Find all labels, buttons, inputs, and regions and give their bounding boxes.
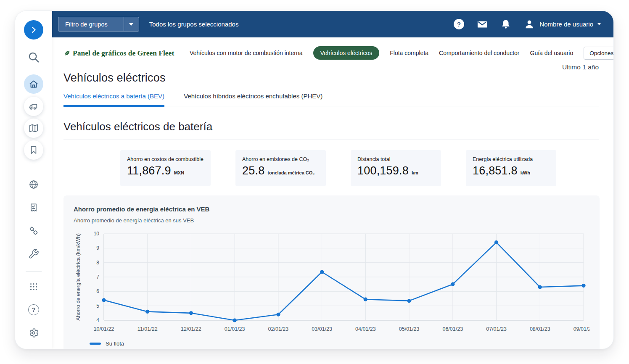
tab-phev[interactable]: Vehículos híbridos eléctricos enchufable… <box>184 92 322 106</box>
svg-text:8: 8 <box>96 260 99 266</box>
stat-card-total-distance: Distancia total 100,159.8 km <box>351 150 441 186</box>
chevron-right-icon <box>29 25 38 34</box>
legend-label: Su flota <box>106 340 124 347</box>
sidebar: ? <box>15 11 52 349</box>
nav-item-electric-active[interactable]: Vehículos eléctricos <box>313 46 380 60</box>
sidebar-item-help[interactable]: ? <box>24 300 43 319</box>
legend-line-swatch <box>90 343 101 345</box>
sidebar-item-globe[interactable] <box>24 175 43 194</box>
home-icon <box>28 79 39 90</box>
svg-text:02/01/23: 02/01/23 <box>268 326 289 332</box>
chart-subtitle: Ahorro promedio de energía eléctrica en … <box>74 217 589 224</box>
svg-text:01/01/23: 01/01/23 <box>225 326 245 332</box>
stat-label: Distancia total <box>357 156 434 162</box>
stat-unit: kWh <box>521 170 530 175</box>
stat-value: 100,159.8 <box>357 164 409 177</box>
nav-item-driver-behavior[interactable]: Comportamiento del conductor <box>439 50 519 56</box>
svg-text:10: 10 <box>94 231 100 237</box>
svg-text:04/01/23: 04/01/23 <box>355 326 376 332</box>
sidebar-expand-button[interactable] <box>24 20 43 40</box>
stat-card-energy-used: Energía eléctrica utilizada 16,851.8 kWh <box>466 150 556 186</box>
svg-text:4: 4 <box>96 317 99 323</box>
sidebar-item-home[interactable] <box>24 74 43 94</box>
nav-item-combustion[interactable]: Vehículos con motor de combustión intern… <box>190 50 303 56</box>
topbar-messages-button[interactable] <box>476 18 488 30</box>
dashboard-nav-links: Vehículos con motor de combustión intern… <box>190 46 613 60</box>
stat-card-co2-savings: Ahorro en emisiones de CO₂ 25.8 tonelada… <box>235 150 326 186</box>
stat-value: 11,867.9 <box>127 164 171 177</box>
options-button[interactable]: Opciones <box>584 47 613 60</box>
options-label: Opciones <box>589 50 613 56</box>
nav-item-user-guide[interactable]: Guía del usuario <box>530 50 574 56</box>
app-window: ? Filtro de grupos Todos los grupos sele… <box>15 11 614 349</box>
sidebar-item-settings[interactable] <box>24 323 43 343</box>
sidebar-item-apps[interactable] <box>24 277 43 296</box>
svg-text:6: 6 <box>96 288 99 294</box>
chart-legend: Su flota <box>90 340 589 347</box>
svg-text:09/01/23: 09/01/23 <box>574 326 589 332</box>
svg-text:05/01/23: 05/01/23 <box>399 326 420 332</box>
bookmark-icon <box>28 145 39 156</box>
brand: Panel de gráficos de Green Fleet <box>63 49 190 58</box>
caret-down-icon <box>597 23 601 25</box>
user-avatar-icon <box>523 18 535 30</box>
sidebar-divider <box>26 272 42 272</box>
svg-text:Ahorro de energía eléctrica (k: Ahorro de energía eléctrica (km/kWh) <box>75 233 81 321</box>
link-zones-icon <box>28 225 39 236</box>
user-menu[interactable]: Nombre de usuario <box>523 18 601 30</box>
svg-text:7: 7 <box>96 274 99 280</box>
section-title: Vehículos eléctricos de batería <box>63 120 599 133</box>
sidebar-item-bookmarks[interactable] <box>24 140 43 160</box>
stat-label: Ahorro en emisiones de CO₂ <box>242 156 319 162</box>
help-circle-icon: ? <box>454 19 464 29</box>
globe-icon <box>28 179 39 190</box>
gear-icon <box>28 327 39 338</box>
nav-item-full-fleet[interactable]: Flota completa <box>390 50 428 56</box>
main-area: Filtro de grupos Todos los grupos selecc… <box>52 11 613 349</box>
sidebar-item-vehicles[interactable] <box>24 97 43 116</box>
ev-type-tabs: Vehículos eléctricos a batería (BEV) Veh… <box>63 92 599 106</box>
page-title: Vehículos eléctricos <box>63 71 599 84</box>
truck-icon <box>28 101 39 112</box>
group-filter-button[interactable]: Filtro de grupos <box>58 17 139 32</box>
group-filter-label: Filtro de grupos <box>58 17 124 31</box>
stat-unit: tonelada métrica CO₂ <box>267 170 314 175</box>
leaf-icon <box>63 50 71 57</box>
sidebar-item-maintenance[interactable] <box>24 244 43 264</box>
svg-text:5: 5 <box>96 303 99 309</box>
sidebar-item-search[interactable] <box>24 47 43 67</box>
group-filter-caret[interactable] <box>124 17 139 31</box>
tab-bev[interactable]: Vehículos eléctricos a batería (BEV) <box>63 92 164 107</box>
mail-icon <box>476 18 488 31</box>
chart-area: 4567891010/01/2211/01/2212/01/2201/01/23… <box>74 230 589 338</box>
stat-unit: km <box>412 170 418 175</box>
sidebar-item-zones[interactable] <box>24 221 43 240</box>
svg-text:9: 9 <box>96 245 99 251</box>
topbar-help-button[interactable]: ? <box>453 18 465 30</box>
search-icon <box>27 51 40 63</box>
stat-label: Energía eléctrica utilizada <box>473 156 550 162</box>
svg-text:11/01/22: 11/01/22 <box>137 326 158 332</box>
section-divider <box>63 140 599 140</box>
stat-card-fuel-savings: Ahorro en costos de combustible 11,867.9… <box>120 150 211 186</box>
sidebar-item-reports[interactable] <box>24 198 43 217</box>
bell-icon <box>500 18 512 30</box>
topbar-actions: ? <box>453 18 601 30</box>
svg-text:12/01/22: 12/01/22 <box>181 326 201 332</box>
svg-text:06/01/23: 06/01/23 <box>442 326 463 332</box>
svg-text:07/01/23: 07/01/23 <box>486 326 507 332</box>
apps-grid-icon <box>28 281 39 292</box>
svg-text:08/01/23: 08/01/23 <box>530 326 550 332</box>
user-name: Nombre de usuario <box>539 21 593 28</box>
wrench-icon <box>28 248 39 259</box>
sidebar-item-map[interactable] <box>24 119 43 138</box>
content: Panel de gráficos de Green Fleet Vehícul… <box>52 37 613 349</box>
svg-text:03/01/23: 03/01/23 <box>312 326 332 332</box>
stat-cards: Ahorro en costos de combustible 11,867.9… <box>120 150 599 186</box>
dashboard-nav: Panel de gráficos de Green Fleet Vehícul… <box>63 46 599 60</box>
chart-panel: Ahorro promedio de energía eléctrica en … <box>63 195 600 349</box>
topbar-notifications-button[interactable] <box>500 18 512 30</box>
group-selection-text: Todos los grupos seleccionados <box>149 21 239 28</box>
stat-value: 25.8 <box>242 164 264 177</box>
map-icon <box>28 123 39 134</box>
